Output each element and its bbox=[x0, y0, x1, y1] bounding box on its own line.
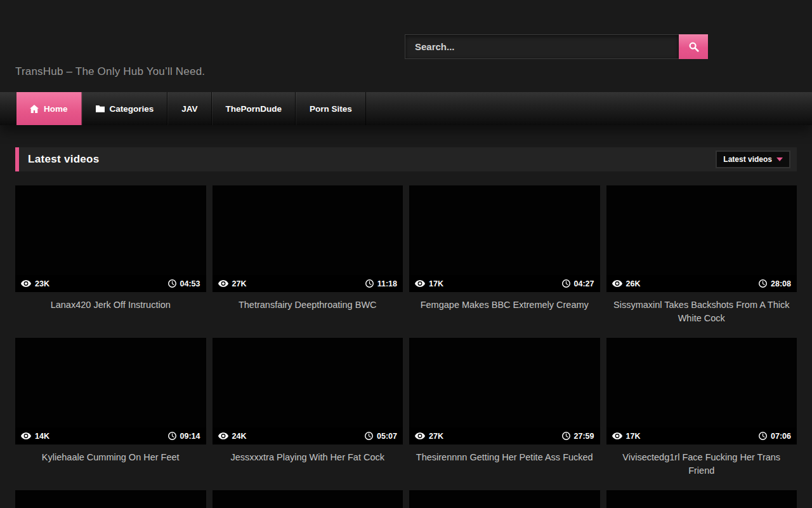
clock-icon bbox=[562, 279, 570, 288]
duration-stat: 04:53 bbox=[168, 279, 200, 288]
eye-icon bbox=[612, 280, 622, 287]
nav-item-label: Porn Sites bbox=[310, 104, 352, 114]
nav-item-categories[interactable]: Categories bbox=[82, 92, 168, 125]
video-thumbnail[interactable]: 23K 04:53 bbox=[15, 185, 206, 292]
nav-item-theporndude[interactable]: ThePornDude bbox=[212, 92, 296, 125]
video-card: 27K 27:59 Thesirennnn Getting Her Petite… bbox=[409, 338, 600, 490]
video-thumbnail[interactable]: 14K 09:14 bbox=[15, 338, 206, 444]
duration-stat: 05:07 bbox=[365, 432, 397, 441]
views-stat: 23K bbox=[21, 279, 49, 288]
main-content: Latest videos Latest videos 23K bbox=[0, 147, 812, 508]
video-duration: 04:27 bbox=[574, 279, 594, 288]
video-thumbnail[interactable] bbox=[213, 490, 403, 508]
nav-item-label: ThePornDude bbox=[226, 104, 282, 114]
video-thumbnail[interactable]: 26K 28:08 bbox=[606, 185, 797, 292]
video-stats-overlay: 27K 27:59 bbox=[409, 427, 600, 444]
search-input[interactable] bbox=[405, 34, 679, 59]
duration-stat: 09:14 bbox=[168, 432, 200, 441]
views-stat: 24K bbox=[218, 432, 247, 441]
video-stats-overlay: 14K 09:14 bbox=[15, 427, 206, 444]
sort-dropdown-label: Latest videos bbox=[723, 155, 772, 164]
video-thumbnail[interactable] bbox=[606, 490, 797, 508]
views-stat: 14K bbox=[21, 432, 49, 441]
eye-icon bbox=[218, 432, 228, 439]
video-card: 17K 07:06 Vivisectedg1rl Face Fucking He… bbox=[606, 338, 797, 490]
video-card-partial bbox=[409, 490, 600, 508]
video-card-partial bbox=[15, 490, 206, 508]
video-title[interactable]: Vivisectedg1rl Face Fucking Her Trans Fr… bbox=[606, 444, 797, 490]
video-grid: 23K 04:53 Lanax420 Jerk Off Instruction bbox=[15, 185, 797, 508]
eye-icon bbox=[21, 432, 31, 439]
video-card-partial bbox=[213, 490, 403, 508]
video-duration: 07:06 bbox=[771, 432, 791, 441]
duration-stat: 28:08 bbox=[759, 279, 791, 288]
video-card-partial bbox=[606, 490, 797, 508]
video-title[interactable]: Lanax420 Jerk Off Instruction bbox=[15, 292, 206, 338]
search-button[interactable] bbox=[679, 34, 708, 59]
video-stats-overlay: 17K 07:06 bbox=[606, 427, 797, 444]
video-thumbnail[interactable] bbox=[15, 490, 206, 508]
nav-item-label: Categories bbox=[110, 104, 154, 114]
video-title[interactable]: Thetransfairy Deepthroating BWC bbox=[213, 292, 403, 338]
nav-item-home[interactable]: Home bbox=[16, 92, 82, 125]
views-stat: 27K bbox=[218, 279, 247, 288]
video-title[interactable]: Jessxxxtra Playing With Her Fat Cock bbox=[213, 444, 403, 490]
eye-icon bbox=[612, 432, 622, 439]
eye-icon bbox=[218, 280, 228, 287]
nav-item-label: Home bbox=[44, 104, 68, 114]
video-duration: 11:18 bbox=[377, 279, 397, 288]
duration-stat: 27:59 bbox=[562, 432, 594, 441]
video-thumbnail[interactable]: 24K 05:07 bbox=[213, 338, 403, 444]
video-thumbnail[interactable]: 27K 11:18 bbox=[213, 185, 403, 292]
views-stat: 17K bbox=[612, 432, 641, 441]
main-navbar: Home Categories JAV ThePornDude Porn Sit… bbox=[0, 92, 812, 125]
video-duration: 05:07 bbox=[377, 432, 397, 441]
magnifier-icon bbox=[688, 41, 699, 52]
views-count: 27K bbox=[232, 279, 247, 288]
folder-icon bbox=[96, 105, 105, 112]
views-count: 24K bbox=[232, 432, 247, 441]
clock-icon bbox=[168, 279, 176, 288]
search-bar bbox=[405, 34, 708, 59]
video-card: 23K 04:53 Lanax420 Jerk Off Instruction bbox=[15, 185, 206, 338]
video-duration: 27:59 bbox=[574, 432, 594, 441]
nav-item-porn-sites[interactable]: Porn Sites bbox=[296, 92, 366, 125]
caret-down-icon bbox=[776, 157, 783, 161]
views-stat: 17K bbox=[415, 279, 443, 288]
clock-icon bbox=[365, 432, 373, 440]
clock-icon bbox=[365, 279, 374, 288]
duration-stat: 11:18 bbox=[365, 279, 397, 288]
video-title[interactable]: Kyliehaale Cumming On Her Feet bbox=[15, 444, 206, 490]
clock-icon bbox=[759, 432, 767, 440]
section-title: Latest videos bbox=[28, 153, 100, 166]
duration-stat: 04:27 bbox=[562, 279, 594, 288]
video-title[interactable]: Femgape Makes BBC Extremely Creamy bbox=[409, 292, 600, 338]
video-duration: 09:14 bbox=[180, 432, 200, 441]
video-title[interactable]: Thesirennnn Getting Her Petite Ass Fucke… bbox=[409, 444, 600, 490]
video-stats-overlay: 23K 04:53 bbox=[15, 275, 206, 292]
clock-icon bbox=[562, 432, 570, 440]
views-count: 23K bbox=[35, 279, 49, 288]
eye-icon bbox=[21, 280, 31, 287]
video-title[interactable]: Sissymaxinl Takes Backshots From A Thick… bbox=[606, 292, 797, 338]
video-thumbnail[interactable]: 17K 04:27 bbox=[409, 185, 600, 292]
video-stats-overlay: 17K 04:27 bbox=[409, 275, 600, 292]
eye-icon bbox=[415, 280, 425, 287]
video-card: 27K 11:18 Thetransfairy Deepthroating BW… bbox=[213, 185, 403, 338]
video-thumbnail[interactable]: 17K 07:06 bbox=[606, 338, 797, 444]
sort-dropdown[interactable]: Latest videos bbox=[716, 150, 790, 168]
video-stats-overlay: 24K 05:07 bbox=[213, 427, 403, 444]
page-header: TransHub – The Only Hub You’ll Need. bbox=[0, 0, 812, 92]
video-stats-overlay: 26K 28:08 bbox=[606, 275, 797, 292]
home-icon bbox=[30, 105, 39, 113]
views-count: 17K bbox=[429, 279, 443, 288]
views-stat: 26K bbox=[612, 279, 641, 288]
video-card: 14K 09:14 Kyliehaale Cumming On Her Feet bbox=[15, 338, 206, 490]
nav-item-jav[interactable]: JAV bbox=[167, 92, 211, 125]
video-duration: 04:53 bbox=[180, 279, 200, 288]
video-stats-overlay: 27K 11:18 bbox=[213, 275, 403, 292]
clock-icon bbox=[759, 279, 767, 288]
video-card: 24K 05:07 Jessxxxtra Playing With Her Fa… bbox=[213, 338, 403, 490]
video-thumbnail[interactable]: 27K 27:59 bbox=[409, 338, 600, 444]
video-thumbnail[interactable] bbox=[409, 490, 600, 508]
